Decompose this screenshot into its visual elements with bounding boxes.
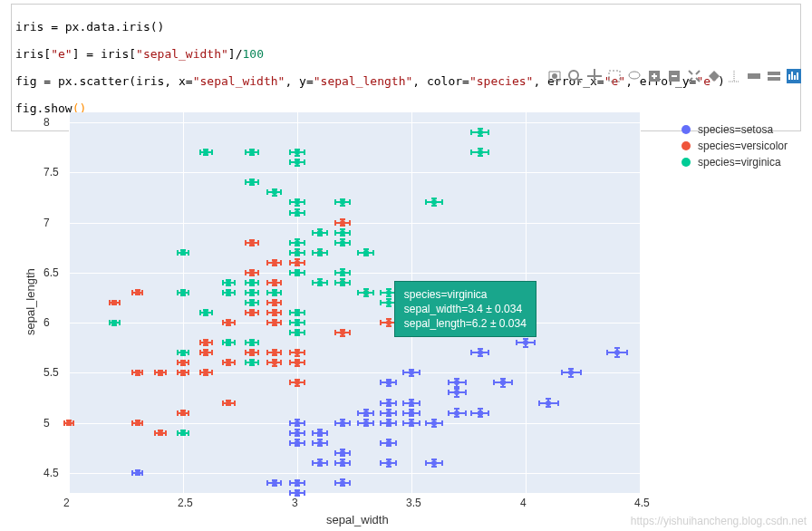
autoscale-icon[interactable] <box>687 69 701 83</box>
download-icon[interactable] <box>547 69 562 83</box>
legend-item-setosa[interactable]: species=setosa <box>682 121 788 135</box>
reset-icon[interactable] <box>707 69 721 83</box>
svg-line-2 <box>577 79 581 82</box>
svg-rect-9 <box>768 77 780 81</box>
lasso-icon[interactable] <box>627 69 642 83</box>
legend: species=setosa species=versicolor specie… <box>682 121 788 135</box>
zoom-in-icon[interactable] <box>647 69 662 83</box>
svg-point-4 <box>629 72 640 79</box>
hover-compare-icon[interactable] <box>767 69 781 83</box>
box-select-icon[interactable] <box>607 69 622 83</box>
svg-rect-7 <box>748 73 760 79</box>
plotly-toolbar <box>547 69 801 83</box>
zoom-out-icon[interactable] <box>667 69 682 83</box>
scatter-plot[interactable]: species=virginicasepal_width=3.4 ± 0.034… <box>69 112 640 135</box>
pan-icon[interactable] <box>587 69 602 83</box>
data-point[interactable] <box>478 130 483 135</box>
zoom-icon[interactable] <box>567 69 582 83</box>
hover-closest-icon[interactable] <box>747 69 761 83</box>
svg-rect-3 <box>609 71 620 82</box>
svg-point-1 <box>569 71 578 80</box>
svg-point-0 <box>552 73 557 79</box>
plotly-logo-icon[interactable] <box>787 69 801 83</box>
legend-swatch-icon <box>682 125 691 134</box>
spike-icon[interactable] <box>727 69 741 83</box>
y-tick: 8 <box>44 116 50 129</box>
svg-rect-8 <box>768 72 780 75</box>
